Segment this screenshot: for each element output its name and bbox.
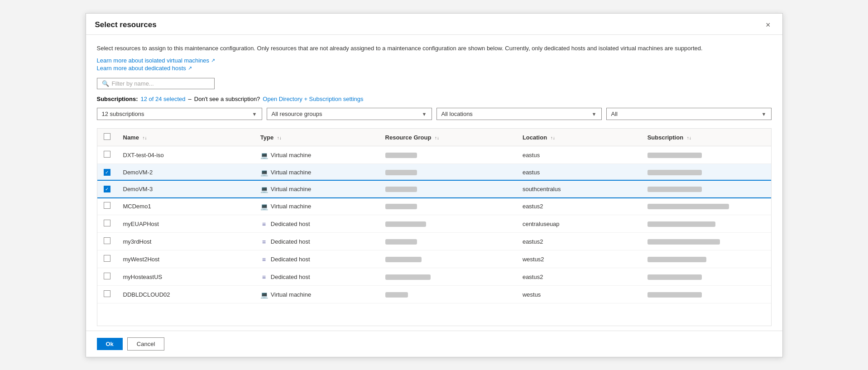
row-type-cell: ≡Dedicated host [254,250,379,268]
dialog-header: Select resources × [86,14,782,35]
select-all-column [97,129,117,146]
row-type-cell: 💻Virtual machine [254,286,379,303]
row-checkbox[interactable]: ✓ [104,186,110,192]
row-subscription-cell [641,146,771,164]
row-checkbox-cell [97,250,117,268]
row-location-cell: eastus [516,164,641,181]
isolated-vms-link[interactable]: Learn more about isolated virtual machin… [97,57,772,64]
type-sort-icon: ↑↓ [277,135,282,140]
row-type-cell: ≡Dedicated host [254,215,379,233]
row-checkbox[interactable] [104,255,110,262]
subscriptions-count-link[interactable]: 12 of 24 selected [141,96,186,102]
select-all-checkbox[interactable] [104,133,110,140]
table-row[interactable]: myWest2Host≡Dedicated hostwestus2 [97,250,771,268]
resource-type-label: Dedicated host [271,238,310,245]
type-column-label: Type [260,134,273,141]
row-type-cell: ≡Dedicated host [254,268,379,286]
subscription-blurred [647,187,702,192]
table-row[interactable]: my3rdHost≡Dedicated hosteastus2 [97,233,771,250]
subscription-sort-icon: ↑↓ [687,135,691,140]
row-subscription-cell [641,181,771,197]
table-row[interactable]: DDBLDCLOUD02💻Virtual machinewestus [97,286,771,303]
subscriptions-separator: – [188,96,192,102]
subscriptions-dropdown[interactable]: 12 subscriptions ▼ [97,108,262,120]
close-button[interactable]: × [763,20,773,30]
table-row[interactable]: ✓DemoVM-3💻Virtual machinesouthcentralus [97,181,771,197]
table-row[interactable]: MCDemo1💻Virtual machineeastus2 [97,197,771,215]
row-name-cell: myEUAPHost [117,215,254,233]
row-resource-group-cell [379,233,516,250]
resource-groups-dropdown[interactable]: All resource groups ▼ [267,108,432,120]
row-checkbox[interactable] [104,237,110,244]
resource-group-blurred [385,153,417,158]
open-directory-link[interactable]: Open Directory + Subscription settings [263,96,363,102]
rg-sort-icon: ↑↓ [435,135,439,140]
external-link-icon-0: ↗ [211,58,215,63]
row-subscription-cell [641,268,771,286]
resource-groups-dropdown-arrow: ▼ [422,111,427,117]
table-row[interactable]: myHosteastUS≡Dedicated hosteastus2 [97,268,771,286]
row-subscription-cell [641,197,771,215]
dropdown-row: 12 subscriptions ▼ All resource groups ▼… [97,108,772,120]
isolated-vms-link-text: Learn more about isolated virtual machin… [97,57,210,64]
type-filter-dropdown[interactable]: All ▼ [606,108,772,120]
table-row[interactable]: myEUAPHost≡Dedicated hostcentraluseuap [97,215,771,233]
resource-groups-dropdown-label: All resource groups [272,111,322,117]
type-filter-dropdown-arrow: ▼ [762,111,767,117]
row-subscription-cell [641,250,771,268]
subscription-blurred [647,239,720,245]
row-name-cell: my3rdHost [117,233,254,250]
table-row[interactable]: DXT-test-04-iso💻Virtual machineeastus [97,146,771,164]
row-checkbox[interactable] [104,273,110,279]
resource-type-label: Dedicated host [271,221,310,227]
description-text: Select resources to assign to this maint… [97,44,772,53]
table-row[interactable]: ✓DemoVM-2💻Virtual machineeastus [97,164,771,181]
resource-type-icon: ≡ [260,239,268,245]
ok-button[interactable]: Ok [97,338,123,350]
row-location-cell: centraluseuap [516,215,641,233]
name-column-header[interactable]: Name ↑↓ [117,129,254,146]
row-type-cell: 💻Virtual machine [254,181,379,197]
row-checkbox-cell [97,215,117,233]
row-checkbox[interactable] [104,290,110,297]
row-checkbox[interactable] [104,220,110,226]
row-resource-group-cell [379,181,516,197]
row-name-cell: myHosteastUS [117,268,254,286]
resource-group-blurred [385,239,417,245]
row-checkbox[interactable] [104,151,110,158]
row-resource-group-cell [379,215,516,233]
row-checkbox-cell [97,286,117,303]
name-sort-icon: ↑↓ [143,135,147,140]
dedicated-hosts-link[interactable]: Learn more about dedicated hosts ↗ [97,65,772,72]
resources-table: Name ↑↓ Type ↑↓ Resource Group ↑↓ Loca [97,129,771,303]
location-column-header[interactable]: Location ↑↓ [516,129,641,146]
resource-group-column-header[interactable]: Resource Group ↑↓ [379,129,516,146]
row-name-cell: myWest2Host [117,250,254,268]
row-resource-group-cell [379,268,516,286]
table-header-row: Name ↑↓ Type ↑↓ Resource Group ↑↓ Loca [97,129,771,146]
subscriptions-prompt: Don't see a subscription? [194,96,260,102]
row-checkbox-cell: ✓ [97,164,117,181]
row-resource-group-cell [379,146,516,164]
subscriptions-dropdown-label: 12 subscriptions [102,111,144,117]
type-column-header[interactable]: Type ↑↓ [254,129,379,146]
subscription-blurred [647,153,702,158]
row-location-cell: eastus2 [516,268,641,286]
resource-group-blurred [385,204,417,209]
row-checkbox[interactable]: ✓ [104,169,110,176]
filter-input[interactable] [112,80,210,87]
resource-type-label: Virtual machine [271,203,311,210]
resource-type-label: Dedicated host [271,274,310,280]
filter-input-wrap: 🔍 [97,78,215,89]
subscription-blurred [647,204,729,209]
row-checkbox[interactable] [104,202,110,209]
row-subscription-cell [641,286,771,303]
resource-group-blurred [385,292,408,298]
subscription-column-header[interactable]: Subscription ↑↓ [641,129,771,146]
resource-type-icon: ≡ [260,221,268,227]
row-type-cell: ≡Dedicated host [254,233,379,250]
cancel-button[interactable]: Cancel [127,337,164,351]
locations-dropdown[interactable]: All locations ▼ [436,108,602,120]
row-checkbox-cell [97,146,117,164]
row-name-cell: DemoVM-3 [117,181,254,197]
